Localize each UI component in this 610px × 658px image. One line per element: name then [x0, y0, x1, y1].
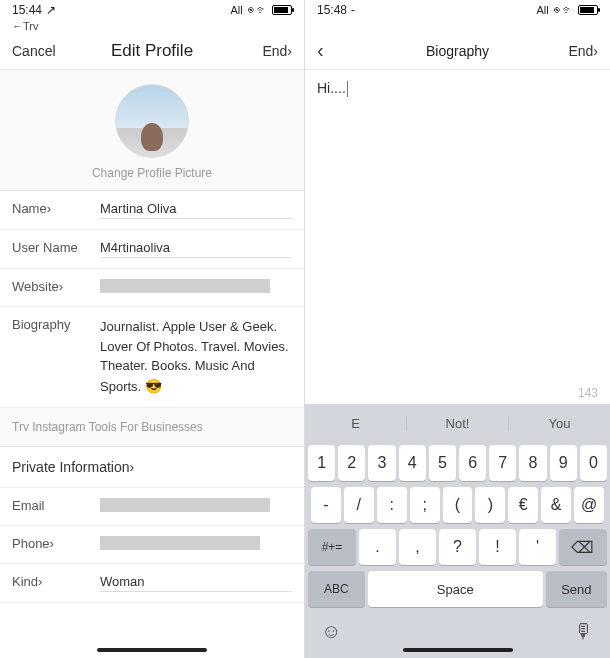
nav-bar: Cancel Edit Profile End›: [0, 32, 304, 70]
key-row-3: #+= . , ? ! ' ⌫: [305, 526, 610, 568]
key-space[interactable]: Space: [368, 571, 543, 607]
wifi-icon: ◉ ᯤ: [247, 3, 268, 17]
website-label: Website›: [12, 279, 100, 294]
phone-value[interactable]: [100, 536, 292, 553]
done-button[interactable]: End›: [548, 43, 598, 59]
wifi-icon: ◉ ᯤ: [553, 3, 574, 17]
page-title: Biography: [367, 43, 548, 59]
suggestion-1[interactable]: E: [305, 416, 407, 431]
email-value[interactable]: [100, 498, 292, 515]
mic-icon[interactable]: 🎙: [574, 620, 594, 643]
key-3[interactable]: 3: [368, 445, 395, 481]
key-at[interactable]: @: [574, 487, 604, 523]
key-euro[interactable]: €: [508, 487, 538, 523]
website-row[interactable]: Website›: [0, 269, 304, 307]
done-button[interactable]: End›: [242, 43, 292, 59]
status-time: 15:44 ↗: [12, 3, 56, 17]
key-8[interactable]: 8: [519, 445, 546, 481]
key-semicolon[interactable]: ;: [410, 487, 440, 523]
status-bar: 15:44 ↗ All ◉ ᯤ: [0, 0, 304, 20]
bio-value[interactable]: Journalist. Apple User & Geek. Lover Of …: [100, 317, 292, 397]
status-carrier: All: [536, 4, 548, 16]
name-label: Name›: [12, 201, 100, 216]
bio-label: Biography: [12, 317, 100, 332]
key-rparen[interactable]: ): [475, 487, 505, 523]
key-comma[interactable]: ,: [399, 529, 436, 565]
username-label: User Name: [12, 240, 100, 255]
suggestion-3[interactable]: You: [509, 416, 610, 431]
change-pic-button[interactable]: Change Profile Picture: [0, 166, 304, 180]
home-indicator[interactable]: [97, 648, 207, 652]
text-cursor: [347, 81, 349, 97]
name-value[interactable]: Martina Oliva: [100, 201, 292, 219]
battery-icon: [578, 5, 598, 15]
phone-row[interactable]: Phone›: [0, 526, 304, 564]
key-2[interactable]: 2: [338, 445, 365, 481]
bio-textarea[interactable]: Hi....: [305, 70, 610, 382]
key-slash[interactable]: /: [344, 487, 374, 523]
status-carrier: All: [230, 4, 242, 16]
try-label: ←Trv: [0, 20, 304, 32]
username-value[interactable]: M4rtinaoliva: [100, 240, 292, 258]
key-backspace[interactable]: ⌫: [559, 529, 607, 565]
back-button[interactable]: ‹: [317, 39, 367, 62]
battery-icon: [272, 5, 292, 15]
status-bar: 15:48 - All ◉ ᯤ: [305, 0, 610, 20]
page-title: Edit Profile: [62, 41, 242, 61]
key-abc[interactable]: ABC: [308, 571, 365, 607]
edit-profile-screen: 15:44 ↗ All ◉ ᯤ ←Trv Cancel Edit Profile…: [0, 0, 305, 658]
business-tools-link[interactable]: Trv Instagram Tools For Businesses: [0, 408, 304, 447]
emoji-icon[interactable]: ☺: [321, 620, 341, 643]
kind-value[interactable]: Woman: [100, 574, 292, 592]
username-row[interactable]: User Name M4rtinaoliva: [0, 230, 304, 269]
key-dash[interactable]: -: [311, 487, 341, 523]
email-label: Email: [12, 498, 100, 513]
phone-label: Phone›: [12, 536, 100, 551]
key-4[interactable]: 4: [399, 445, 426, 481]
website-value[interactable]: [100, 279, 292, 296]
keyboard: E Not! You 1 2 3 4 5 6 7 8 9 0 - / : ;: [305, 404, 610, 658]
suggestion-bar: E Not! You: [305, 404, 610, 442]
key-1[interactable]: 1: [308, 445, 335, 481]
cancel-button[interactable]: Cancel: [12, 43, 62, 59]
key-lparen[interactable]: (: [443, 487, 473, 523]
key-row-4: ABC Space Send: [305, 568, 610, 610]
backspace-icon: ⌫: [571, 538, 594, 557]
key-send[interactable]: Send: [546, 571, 607, 607]
key-amp[interactable]: &: [541, 487, 571, 523]
biography-editor-screen: 15:48 - All ◉ ᯤ ‹ Biography End› Hi.... …: [305, 0, 610, 658]
bio-row[interactable]: Biography Journalist. Apple User & Geek.…: [0, 307, 304, 408]
suggestion-2[interactable]: Not!: [407, 416, 509, 431]
kind-label: Kind›: [12, 574, 100, 589]
key-apos[interactable]: ': [519, 529, 556, 565]
key-row-1: 1 2 3 4 5 6 7 8 9 0: [305, 442, 610, 484]
char-count: 143: [305, 382, 610, 404]
status-time: 15:48 -: [317, 3, 355, 17]
key-row-2: - / : ; ( ) € & @: [305, 484, 610, 526]
profile-avatar[interactable]: [115, 84, 189, 158]
key-period[interactable]: .: [359, 529, 396, 565]
name-row[interactable]: Name› Martina Oliva: [0, 191, 304, 230]
kind-row[interactable]: Kind› Woman: [0, 564, 304, 603]
key-9[interactable]: 9: [550, 445, 577, 481]
private-info-header: Private Information›: [0, 447, 304, 488]
key-6[interactable]: 6: [459, 445, 486, 481]
key-colon[interactable]: :: [377, 487, 407, 523]
key-0[interactable]: 0: [580, 445, 607, 481]
key-7[interactable]: 7: [489, 445, 516, 481]
key-exclaim[interactable]: !: [479, 529, 516, 565]
profile-pic-section: Change Profile Picture: [0, 70, 304, 191]
nav-bar: ‹ Biography End›: [305, 32, 610, 70]
email-row[interactable]: Email: [0, 488, 304, 526]
bio-text-content: Hi....: [317, 80, 346, 96]
sunglasses-emoji: 😎: [145, 378, 162, 394]
key-5[interactable]: 5: [429, 445, 456, 481]
status-spacer: [305, 20, 610, 32]
home-indicator[interactable]: [403, 648, 513, 652]
key-question[interactable]: ?: [439, 529, 476, 565]
key-symbols[interactable]: #+=: [308, 529, 356, 565]
